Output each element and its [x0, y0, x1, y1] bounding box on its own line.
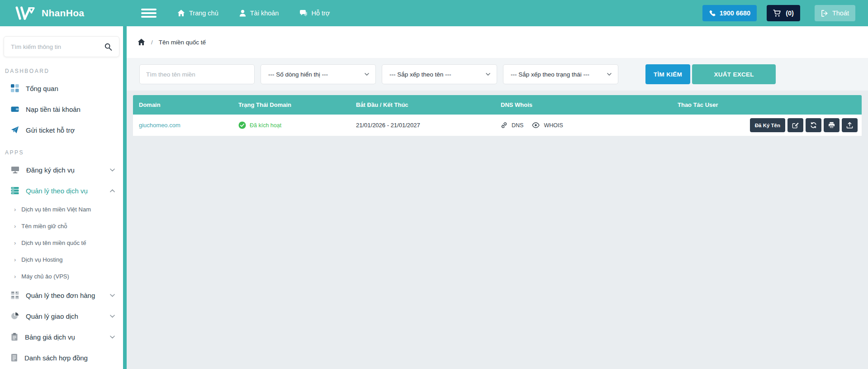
- status-text: Đã kích hoạt: [250, 122, 281, 129]
- upload-button[interactable]: [842, 118, 858, 132]
- sidebar-item-danh-sach-hop-dong[interactable]: Danh sách hợp đồng: [0, 347, 123, 368]
- sort-by-name-value: --- Sắp xếp theo tên ---: [389, 71, 451, 78]
- hamburger-menu-icon[interactable]: [141, 7, 157, 19]
- breadcrumb-current: Tên miền quốc tế: [159, 39, 206, 46]
- chevron-down-icon: [110, 294, 115, 297]
- rows-per-page-value: --- Số dòng hiển thị ---: [268, 71, 328, 78]
- server-icon: [11, 187, 19, 195]
- sidebar-subitem-ten-mien-quoc-te[interactable]: › Dịch vụ tên miền quốc tế: [0, 235, 123, 251]
- sidebar-item-label: Quản lý theo đơn hàng: [26, 292, 95, 299]
- page-body: DASHBOARD Tổng quan Nạp tiền tài khoản G…: [0, 26, 868, 369]
- sidebar-item-bang-gia-dich-vu[interactable]: Bảng giá dịch vụ: [0, 326, 123, 347]
- chat-icon: [299, 10, 307, 17]
- sidebar-heading-apps: APPS: [0, 140, 123, 159]
- print-button[interactable]: [824, 118, 840, 132]
- chevron-down-icon: [486, 73, 490, 76]
- chevron-right-icon: ›: [14, 256, 16, 263]
- breadcrumb-home-icon[interactable]: [138, 38, 145, 46]
- sidebar-item-nap-tien[interactable]: Nạp tiền tài khoản: [0, 99, 123, 120]
- sidebar-item-quan-ly-theo-dich-vu[interactable]: Quản lý theo dịch vụ: [0, 180, 123, 201]
- row-actions: Đã Ký Tên: [672, 118, 862, 132]
- check-circle-icon: [238, 121, 246, 129]
- home-icon: [177, 10, 185, 17]
- nav-home[interactable]: Trang chủ: [177, 10, 218, 17]
- sidebar-subitem-hosting[interactable]: › Dịch vụ Hosting: [0, 251, 123, 268]
- sidebar-item-quan-ly-don-hang[interactable]: Quản lý theo đơn hàng: [0, 285, 123, 306]
- wallet-icon: [11, 105, 19, 113]
- sidebar-item-gui-ticket[interactable]: Gửi ticket hỗ trợ: [0, 120, 123, 140]
- sidebar-subitem-label: Dịch vụ tên miền Việt Nam: [21, 206, 91, 213]
- nav-account-label: Tài khoản: [250, 10, 279, 17]
- nav-account[interactable]: Tài khoản: [239, 10, 279, 17]
- whois-link[interactable]: WHOIS: [544, 122, 563, 129]
- logout-button[interactable]: Thoát: [815, 5, 855, 21]
- sidebar-item-label: Quản lý giao dịch: [26, 312, 78, 320]
- content-area: Domain Trạng Thái Domain Bắt Đầu / Kết T…: [127, 91, 868, 369]
- rows-per-page-select[interactable]: --- Số dòng hiển thị ---: [261, 64, 376, 84]
- link-icon: [501, 122, 508, 129]
- chevron-down-icon: [110, 335, 115, 339]
- sidebar-search-input[interactable]: [11, 43, 104, 50]
- sort-by-status-select[interactable]: --- Sắp xếp theo trạng thái ---: [503, 64, 618, 84]
- phone-button[interactable]: 1900 6680: [702, 5, 757, 21]
- sidebar-item-tong-quan[interactable]: Tổng quan: [0, 78, 123, 99]
- sidebar-subitem-vps[interactable]: › Máy chủ ảo (VPS): [0, 268, 123, 285]
- sidebar-subitem-label: Máy chủ ảo (VPS): [21, 273, 69, 280]
- domain-search-input[interactable]: [139, 64, 255, 84]
- signed-button[interactable]: Đã Ký Tên: [750, 118, 785, 132]
- renew-button[interactable]: [806, 118, 821, 132]
- sidebar-subitem-ten-mien-viet-nam[interactable]: › Dịch vụ tên miền Việt Nam: [0, 201, 123, 218]
- search-icon[interactable]: [104, 43, 112, 51]
- sidebar-item-label: Danh sách hợp đồng: [24, 354, 88, 362]
- sidebar-item-quan-ly-giao-dich[interactable]: Quản lý giao dịch: [0, 306, 123, 326]
- column-header-actions: Thao Tác User: [672, 101, 862, 108]
- chevron-up-icon: [110, 189, 115, 192]
- breadcrumb: / Tên miền quốc tế: [127, 26, 868, 58]
- edit-button[interactable]: [787, 118, 803, 132]
- sidebar-item-label: Quản lý theo dịch vụ: [26, 187, 88, 195]
- printer-icon: [828, 122, 835, 129]
- chevron-down-icon: [607, 73, 612, 76]
- sidebar-subitem-label: Dịch vụ tên miền quốc tế: [21, 240, 86, 246]
- cart-icon: [773, 10, 782, 17]
- sort-by-name-select[interactable]: --- Sắp xếp theo tên ---: [382, 64, 497, 84]
- sidebar: DASHBOARD Tổng quan Nạp tiền tài khoản G…: [0, 26, 127, 369]
- sidebar-item-label: Gửi ticket hỗ trợ: [26, 126, 75, 134]
- export-excel-button[interactable]: XUẤT EXCEL: [692, 64, 776, 84]
- dns-link[interactable]: DNS: [512, 122, 523, 129]
- orders-grid-icon: [11, 291, 19, 299]
- nav-support[interactable]: Hỗ trợ: [299, 10, 330, 17]
- logout-icon: [821, 10, 828, 17]
- column-header-domain: Domain: [133, 101, 232, 108]
- sync-icon: [810, 122, 817, 129]
- status-badge: Đã kích hoạt: [238, 121, 350, 129]
- table-row: giuchomeo.com Đã kích hoạt 21/01/2026 - …: [133, 115, 862, 136]
- phone-icon: [709, 10, 716, 17]
- cart-button[interactable]: (0): [767, 5, 800, 21]
- sidebar-subitem-ten-mien-giu-cho[interactable]: › Tên miền giữ chỗ: [0, 218, 123, 235]
- clipboard-icon: [11, 333, 18, 341]
- chevron-right-icon: ›: [14, 206, 16, 213]
- nhanhoa-logo-icon: [13, 4, 36, 22]
- chevron-right-icon: ›: [14, 273, 16, 280]
- top-header: NhanHoa Trang chủ Tài khoản Hỗ trợ 1900 …: [0, 0, 868, 26]
- sidebar-search-box: [4, 36, 119, 57]
- logout-label: Thoát: [832, 10, 849, 17]
- sidebar-heading-dashboard: DASHBOARD: [0, 59, 123, 78]
- dns-whois-cell: DNS WHOIS: [501, 122, 672, 129]
- brand-logo[interactable]: NhanHoa: [0, 4, 127, 22]
- chevron-down-icon: [110, 168, 115, 172]
- paper-plane-icon: [11, 126, 19, 134]
- search-button[interactable]: TÌM KIẾM: [645, 64, 690, 84]
- sidebar-item-label: Nạp tiền tài khoản: [26, 105, 81, 113]
- upload-icon: [846, 122, 853, 129]
- eye-icon: [532, 122, 540, 128]
- document-icon: [11, 354, 18, 362]
- sidebar-item-dang-ky-dich-vu[interactable]: Đăng ký dịch vụ: [0, 159, 123, 180]
- brand-name: NhanHoa: [42, 8, 84, 19]
- domain-link[interactable]: giuchomeo.com: [139, 122, 180, 129]
- monitor-icon: [11, 166, 19, 174]
- sidebar-item-label: Bảng giá dịch vụ: [25, 333, 75, 341]
- filter-bar: --- Số dòng hiển thị --- --- Sắp xếp the…: [127, 58, 868, 91]
- main-area: / Tên miền quốc tế --- Số dòng hiển thị …: [127, 26, 868, 369]
